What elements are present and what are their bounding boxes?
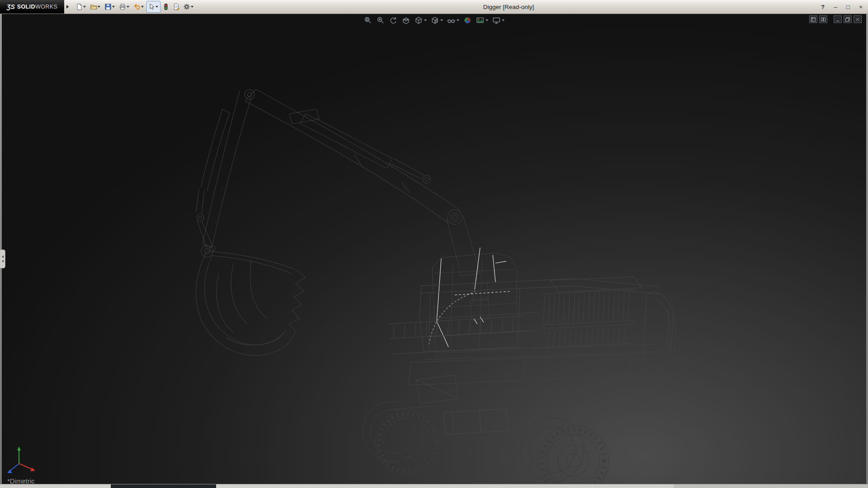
save-floppy-icon: [104, 3, 112, 10]
window-frame-right: [866, 14, 868, 484]
rebuild-button[interactable]: [161, 1, 171, 13]
reference-triad: [5, 446, 38, 478]
apply-scene-dropdown[interactable]: [486, 19, 488, 21]
help-button[interactable]: ?: [819, 3, 826, 11]
zoom-to-area-icon: [376, 16, 385, 25]
edit-appearance-ball-icon: [463, 16, 472, 25]
previous-view-icon: [389, 16, 398, 25]
heads-up-view-toolbar: [363, 16, 505, 25]
restore-document-button[interactable]: [844, 15, 852, 23]
open-button[interactable]: [89, 1, 103, 13]
solidworks-logo: ƷS SOLIDWORKS: [0, 0, 64, 14]
close-button[interactable]: ×: [857, 3, 864, 11]
hide-show-glasses-icon: [447, 16, 456, 25]
taskbar-segment-light[interactable]: [674, 484, 868, 488]
flyout-arrow-icon: [66, 5, 69, 9]
section-view-button[interactable]: [401, 16, 410, 25]
collapse-arrow-icon: [2, 255, 4, 258]
triad-x-axis: [19, 464, 32, 469]
new-document-icon: [75, 3, 83, 10]
triad-z-axis: [10, 464, 19, 471]
window-controls: ? – □ ×: [819, 0, 864, 14]
fullscreen-document-button[interactable]: [809, 15, 817, 23]
view-settings-button[interactable]: [492, 16, 505, 25]
cab-lines: [432, 253, 517, 353]
restore-document-icon: [845, 17, 850, 22]
hide-show-items-button[interactable]: [447, 16, 459, 25]
titlebar: ƷS SOLIDWORKS: [0, 0, 868, 14]
window-frame-left: [0, 14, 2, 484]
window-title: Digger [Read-only]: [149, 0, 868, 14]
minimize-button[interactable]: –: [832, 3, 839, 11]
previous-view-button[interactable]: [389, 16, 398, 25]
rebuild-traffic-icon: [162, 3, 170, 10]
graphics-viewport[interactable]: *Dimetric: [2, 14, 866, 484]
display-style-icon: [430, 16, 439, 25]
print-icon: [119, 3, 126, 10]
model-wireframe-digger[interactable]: [2, 14, 866, 484]
fullscreen-icon: [811, 17, 816, 22]
minimize-document-icon: [835, 17, 840, 22]
options-dropdown[interactable]: [191, 6, 193, 8]
bucket-lines: [196, 251, 306, 356]
apply-scene-button[interactable]: [476, 16, 488, 25]
print-button[interactable]: [118, 1, 132, 13]
undo-button[interactable]: [132, 1, 146, 13]
menu-flyout-arrow[interactable]: [64, 0, 71, 14]
zoom-to-fit-icon: [363, 16, 373, 25]
view-orientation-dropdown[interactable]: [424, 19, 427, 21]
file-properties-icon: [173, 3, 180, 10]
new-document-dropdown[interactable]: [83, 6, 86, 8]
display-style-button[interactable]: [430, 16, 443, 25]
undo-dropdown[interactable]: [141, 6, 144, 8]
wheel-lines: [363, 402, 609, 484]
undo-arrow-icon: [133, 3, 141, 10]
save-dropdown[interactable]: [112, 6, 115, 8]
taskbar-segment-dark[interactable]: [111, 484, 216, 488]
select-cursor-icon: [148, 3, 155, 10]
close-document-button[interactable]: [854, 15, 862, 23]
solidworks-brand-text: SOLIDWORKS: [17, 4, 57, 10]
file-properties-button[interactable]: [171, 1, 181, 13]
collapse-arrow-icon: [2, 260, 4, 263]
view-orientation-cube-icon: [414, 16, 423, 25]
options-gear-icon: [183, 3, 190, 10]
apply-scene-icon: [476, 16, 485, 25]
open-folder-icon: [90, 3, 97, 10]
zoom-to-area-button[interactable]: [376, 16, 385, 25]
new-document-button[interactable]: [74, 1, 88, 13]
hide-show-items-dropdown[interactable]: [457, 19, 459, 21]
view-orientation-label: *Dimetric: [7, 478, 35, 484]
select-button[interactable]: [146, 1, 160, 13]
display-style-dropdown[interactable]: [440, 19, 443, 21]
minimize-document-button[interactable]: [834, 15, 842, 23]
view-settings-icon: [492, 16, 501, 25]
edit-appearance-button[interactable]: [463, 16, 472, 25]
boom-arm-lines: [196, 89, 480, 276]
solidworks-logo-mark-icon: ƷS: [7, 3, 15, 10]
body-deck-lines: [389, 277, 676, 455]
open-dropdown[interactable]: [98, 6, 100, 8]
hidden-edge-lines: [388, 316, 526, 434]
print-dropdown[interactable]: [127, 6, 129, 8]
maximize-button[interactable]: □: [844, 3, 852, 11]
zoom-to-fit-button[interactable]: [363, 16, 373, 25]
tile-windows-button[interactable]: [819, 15, 827, 23]
tile-windows-icon: [821, 17, 826, 22]
section-view-icon: [401, 16, 410, 25]
featuremanager-collapse-handle[interactable]: [0, 249, 5, 268]
document-window-controls: [809, 15, 862, 23]
select-dropdown[interactable]: [156, 6, 158, 8]
view-settings-dropdown[interactable]: [502, 19, 505, 21]
options-button[interactable]: [182, 1, 196, 13]
close-document-icon: [855, 17, 860, 22]
save-button[interactable]: [103, 1, 117, 13]
view-orientation-button[interactable]: [414, 16, 427, 25]
standard-toolbar: [74, 1, 196, 13]
taskbar-strip[interactable]: [0, 484, 868, 488]
